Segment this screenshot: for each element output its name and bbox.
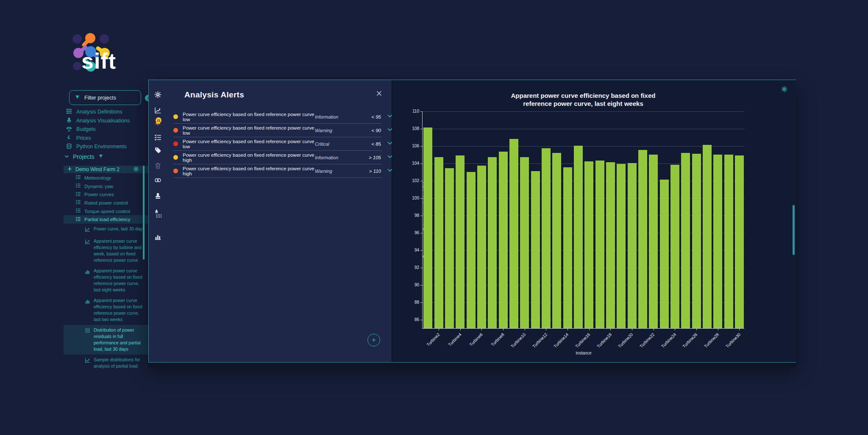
sidebar-item-prices[interactable]: £Prices [66, 134, 148, 143]
link-icon[interactable] [154, 177, 164, 186]
tree-leaf-apparent-power-curve-efficiency-based-on[interactable]: Apparent power curve efficiency based on… [64, 295, 148, 325]
bar-19[interactable] [617, 164, 626, 328]
sidebar-item-analysis-visualisations[interactable]: Analysis Visualisations [66, 116, 148, 125]
x-tick-mark [675, 329, 675, 330]
projects-filter-icon[interactable] [98, 153, 103, 160]
bar-20[interactable] [628, 163, 637, 328]
tree-item-meteorology[interactable]: Meteorology [64, 174, 148, 182]
tree-item-dynamic-yaw[interactable]: Dynamic yaw [64, 182, 148, 191]
projects-section-header[interactable]: Projects [64, 153, 103, 160]
chart-settings-gear-icon[interactable] [781, 86, 787, 94]
x-tick-mark [460, 329, 461, 330]
alert-rule-row[interactable]: Power curve efficiency based on fixed re… [173, 164, 382, 178]
tree-leaf-apparent-power-curve-efficiency-based-on[interactable]: Apparent power curve efficiency based on… [64, 266, 148, 295]
project-settings-gear-icon[interactable] [133, 166, 139, 174]
bar-2[interactable] [434, 157, 443, 328]
y-tick-mark [420, 285, 423, 285]
alert-rule-row[interactable]: Power curve efficiency based on fixed re… [173, 110, 382, 124]
projects-label: Projects [73, 153, 95, 160]
bar-30[interactable] [735, 155, 744, 328]
tree-leaf-apparent-power-curve-efficiency-by-turbi[interactable]: Apparent power curve efficiency by turbi… [64, 236, 148, 266]
project-tree: MeteorologyDynamic yawPower curvesRated … [64, 174, 148, 371]
x-tick-label: Turbine30 [725, 332, 741, 349]
bell-icon[interactable]: 11 [154, 119, 164, 129]
sidebar-item-budgets[interactable]: Budgets [66, 125, 148, 134]
y-tick-label: 102 [403, 178, 419, 183]
nav-label: Analysis Visualisations [76, 118, 130, 124]
chevron-down-icon[interactable] [387, 154, 393, 161]
x-axis-label: instance [423, 351, 745, 355]
tag-icon[interactable] [154, 147, 164, 156]
bar-21[interactable] [638, 150, 647, 328]
bar-26[interactable] [692, 154, 701, 328]
x-tick-label: Turbine12 [531, 332, 548, 349]
bar-16[interactable] [584, 161, 593, 328]
project-filter-placeholder: Filter projects [84, 95, 116, 101]
x-tick-label: Turbine16 [574, 332, 591, 349]
alert-rule-row[interactable]: Power curve efficiency based on fixed re… [173, 151, 382, 164]
line-chart-icon[interactable] [154, 107, 164, 116]
bar-24[interactable] [670, 165, 679, 328]
bar-17[interactable] [595, 161, 604, 328]
stamp-icon[interactable] [154, 192, 164, 202]
close-icon[interactable] [376, 90, 384, 98]
bar-7[interactable] [488, 157, 497, 328]
list-icon [75, 175, 81, 181]
scales-icon [66, 126, 72, 133]
tree-leaf-label: Distribution of power residuals in full … [94, 327, 147, 352]
alert-rule-row[interactable]: Power curve efficiency based on fixed re… [173, 124, 382, 137]
chevron-down-icon[interactable] [387, 140, 393, 148]
window-scrollbar[interactable] [793, 205, 795, 255]
tree-leaf-distribution-of-power-residuals-in-full-[interactable]: Distribution of power residuals in full … [64, 325, 148, 355]
bar-15[interactable] [574, 146, 583, 328]
line-chart-icon [85, 226, 90, 234]
bar-14[interactable] [563, 167, 572, 328]
tree-item-rated-power-control[interactable]: Rated power control [64, 199, 148, 207]
bar-4[interactable] [456, 155, 465, 328]
sidebar-scrollbar[interactable] [143, 166, 145, 260]
sidebar-item-python-environments[interactable]: Python Environments [66, 142, 148, 151]
alert-severity: Information [315, 114, 360, 119]
trash-icon[interactable] [154, 162, 164, 172]
nav-label: Analysis Definitions [76, 109, 122, 115]
add-alert-button[interactable]: + [367, 334, 380, 346]
bar-18[interactable] [606, 162, 615, 328]
list-icon [75, 216, 81, 223]
bar-22[interactable] [649, 155, 658, 328]
tree-leaf-power-curve-last-30-days[interactable]: Power curve, last 30 days [64, 224, 148, 236]
bar-6[interactable] [477, 166, 486, 328]
bar-chart-plot: Power curve efficiency in partial load [… [422, 111, 744, 329]
y-tick-label: 92 [403, 265, 419, 270]
chevron-down-icon[interactable] [387, 127, 393, 134]
bar-5[interactable] [467, 172, 476, 328]
project-filter-input[interactable]: Filter projects [69, 90, 141, 105]
bar-23[interactable] [660, 180, 669, 328]
bar-chart-icon[interactable] [154, 233, 164, 242]
bar-28[interactable] [713, 155, 722, 328]
tree-item-partial-load-efficiency[interactable]: Partial load efficiency [64, 215, 148, 224]
chevron-down-icon[interactable] [387, 113, 393, 121]
tree-leaf-sample-distributions-for-analysis-of-par[interactable]: Sample distributions for analysis of par… [64, 355, 148, 371]
stamp-grid-icon[interactable] [154, 209, 164, 219]
sidebar-item-analysis-definitions[interactable]: Analysis Definitions [66, 108, 148, 116]
bar-11[interactable] [531, 171, 540, 328]
checklist-icon[interactable] [154, 134, 164, 143]
bar-27[interactable] [703, 145, 712, 328]
bar-10[interactable] [520, 157, 529, 328]
bar-12[interactable] [542, 148, 551, 328]
bar-1[interactable] [423, 127, 432, 328]
bar-9[interactable] [509, 139, 518, 328]
y-tick-mark [420, 268, 423, 268]
chevron-down-icon[interactable] [387, 167, 393, 175]
bar-13[interactable] [552, 153, 561, 329]
x-tick-label: Turbine14 [553, 332, 569, 349]
alert-rule-row[interactable]: Power curve efficiency based on fixed re… [173, 137, 382, 151]
tree-item-torque-speed-control[interactable]: Torque-speed control [64, 207, 148, 216]
bar-3[interactable] [445, 168, 454, 328]
y-tick-mark [420, 198, 423, 199]
bar-29[interactable] [724, 155, 733, 328]
gear-icon[interactable] [154, 91, 164, 100]
bar-25[interactable] [681, 153, 690, 329]
bar-8[interactable] [499, 152, 508, 328]
tree-item-power-curves[interactable]: Power curves [64, 190, 148, 199]
